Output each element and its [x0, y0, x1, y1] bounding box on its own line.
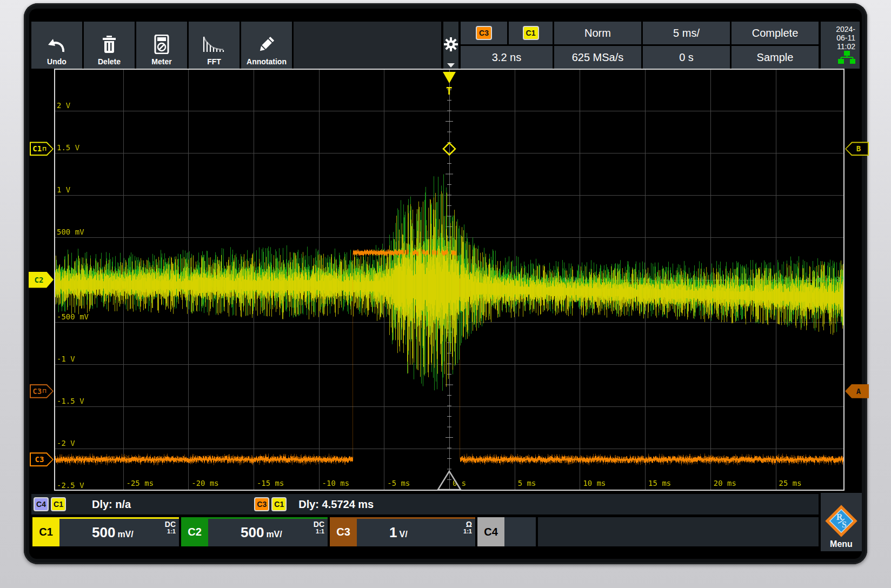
channel-settings-c2[interactable]: 500 mV/ DC 1:1: [208, 517, 328, 546]
trigger-source-a-cell[interactable]: C1: [509, 22, 553, 44]
delay-value-c4c1: Dly: n/a: [92, 498, 131, 511]
delete-label: Delete: [98, 57, 121, 66]
undo-icon: [46, 37, 67, 56]
c2-scale-unit: mV/: [266, 530, 282, 539]
undo-button[interactable]: Undo: [31, 22, 82, 69]
fft-spectrum-icon: [202, 36, 226, 56]
c1-coupling: DC: [165, 520, 176, 529]
trigger-slope-icon: ⊓: [43, 146, 46, 152]
trigger-mode-cell[interactable]: Norm: [554, 22, 641, 44]
fft-button[interactable]: FFT: [189, 22, 240, 69]
channel-tab-c3[interactable]: C3: [330, 517, 357, 546]
channel-settings-c1[interactable]: 500 mV/ DC 1:1: [59, 517, 179, 546]
c1-scale-unit: mV/: [117, 530, 133, 539]
network-status-icon: [838, 51, 855, 65]
channel-bar-filler: [538, 517, 819, 546]
gear-icon: [444, 37, 458, 54]
time-value: 11:02: [825, 42, 855, 51]
resolution-cell[interactable]: 3.2 ns: [461, 46, 553, 69]
channel-settings-c3[interactable]: 1 V/ Ω 1:1: [357, 517, 475, 546]
c3-probe-ratio: 1:1: [463, 529, 472, 535]
menu-label: Menu: [830, 539, 853, 549]
c1-probe-ratio: 1:1: [167, 529, 176, 535]
channel-settings-bar: C1 500 mV/ DC 1:1 C2 500 mV/ DC 1:1 C3: [29, 517, 862, 546]
svg-text:S: S: [842, 520, 847, 529]
c3-scale-value: 1: [389, 524, 397, 541]
acquisition-status-value: Complete: [752, 27, 799, 39]
meter-label: Meter: [151, 57, 171, 66]
clock-cell: 2024-06-11 11:02: [821, 22, 860, 69]
trash-icon: [101, 36, 117, 56]
multimeter-icon: [154, 35, 169, 56]
channel-settings-c4[interactable]: [504, 517, 536, 546]
meter-button[interactable]: Meter: [136, 22, 187, 69]
annotation-button[interactable]: Annotation: [241, 22, 292, 69]
channel-badge-c1-2: C1: [271, 497, 287, 511]
channel-marker-c3[interactable]: C3⊓: [30, 384, 54, 398]
pencil-icon: [257, 36, 276, 56]
horizontal-position-cell[interactable]: 0 s: [643, 46, 730, 69]
menu-button[interactable]: R S Menu: [821, 493, 862, 551]
trigger-slope-icon: ⊓: [43, 388, 46, 394]
trigger-source-b-cell[interactable]: C3: [461, 22, 507, 44]
annotation-label: Annotation: [247, 57, 287, 66]
scope-ui: Undo Delete Meter FFT Annotation: [29, 9, 862, 559]
channel-marker-c2[interactable]: C2: [29, 272, 54, 288]
c2-coupling: DC: [314, 520, 324, 529]
delete-button[interactable]: Delete: [84, 22, 135, 69]
channel-tab-c1[interactable]: C1: [32, 517, 59, 546]
trigger-source-b-badge: C3: [476, 26, 492, 40]
acquisition-status-cell[interactable]: Complete: [732, 22, 819, 44]
chevron-down-icon: [447, 63, 455, 68]
trigger-mode-value: Norm: [584, 27, 611, 39]
channel-tab-c2[interactable]: C2: [181, 517, 208, 546]
channel-tab-c4[interactable]: C4: [477, 517, 504, 546]
channel-marker-c3[interactable]: C3: [30, 452, 54, 466]
timebase-value: 5 ms/: [673, 27, 700, 39]
c3-scale-unit: V/: [399, 530, 407, 539]
sample-rate-value: 625 MSa/s: [572, 51, 624, 64]
rohde-schwarz-logo-icon: R S: [822, 502, 861, 543]
undo-label: Undo: [47, 57, 67, 66]
waveform-display[interactable]: [54, 69, 845, 491]
acquisition-mode-cell[interactable]: Sample: [732, 46, 819, 69]
channel-marker-c1[interactable]: C1⊓: [30, 142, 54, 156]
fft-label: FFT: [207, 57, 221, 66]
acquisition-mode-value: Sample: [757, 51, 794, 64]
horizontal-position-value: 0 s: [679, 51, 694, 64]
channel-badge-c3: C3: [254, 497, 269, 511]
toolbar-spacer: [294, 22, 441, 69]
c1-scale-value: 500: [92, 524, 115, 541]
c2-probe-ratio: 1:1: [316, 529, 324, 535]
trigger-settings-button[interactable]: [443, 22, 458, 69]
c2-scale-value: 500: [241, 524, 264, 541]
resolution-value: 3.2 ns: [492, 51, 521, 64]
timebase-cell[interactable]: 5 ms/: [643, 22, 730, 44]
delay-status-bar: C4 C1 Dly: n/a C3 C1 Dly: 4.5724 ms: [31, 494, 819, 514]
edge-marker-b[interactable]: B: [845, 142, 869, 156]
instrument-screen-frame: Undo Delete Meter FFT Annotation: [24, 3, 867, 564]
c3-coupling: Ω: [466, 520, 472, 529]
channel-badge-c4: C4: [34, 497, 49, 511]
sample-rate-cell[interactable]: 625 MSa/s: [554, 46, 641, 69]
channel-badge-c1: C1: [51, 497, 66, 511]
date-value: 2024-06-11: [825, 25, 855, 42]
trigger-source-a-badge: C1: [523, 26, 539, 40]
delay-value-c3c1: Dly: 4.5724 ms: [298, 498, 374, 511]
edge-marker-a[interactable]: A: [845, 384, 869, 398]
